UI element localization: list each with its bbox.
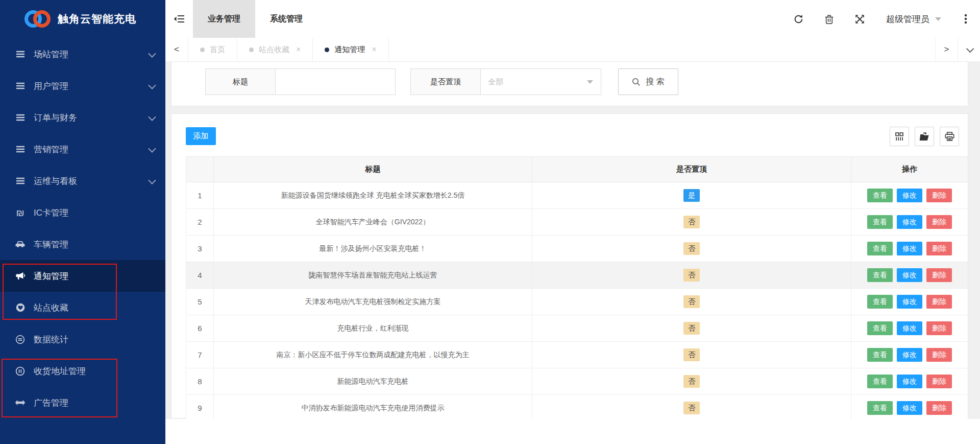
title-input[interactable] bbox=[275, 68, 396, 95]
delete-button[interactable]: 删除 bbox=[926, 401, 952, 415]
row-pinned-cell: 否 bbox=[532, 368, 851, 395]
tab[interactable]: 站点收藏× bbox=[237, 38, 313, 61]
sidebar-item[interactable]: 用户管理 bbox=[0, 70, 165, 102]
edit-button[interactable]: 修改 bbox=[897, 215, 922, 229]
sidebar-item-label: 营销管理 bbox=[34, 144, 149, 155]
tab[interactable]: 首页 bbox=[188, 38, 237, 61]
pinned-select[interactable]: 全部 bbox=[480, 68, 601, 95]
columns-icon bbox=[894, 132, 904, 142]
row-title: 陇南智慧停车场首座智能充电站上线运营 bbox=[214, 262, 532, 289]
sidebar-item[interactable]: 数据统计 bbox=[0, 323, 165, 355]
sidebar-item[interactable]: 场站管理 bbox=[0, 38, 165, 70]
username: 超级管理员 bbox=[886, 13, 929, 25]
delete-button[interactable]: 删除 bbox=[926, 348, 952, 362]
row-actions-cell: 查看修改删除 bbox=[851, 289, 968, 315]
pinned-badge: 否 bbox=[683, 322, 700, 334]
view-button[interactable]: 查看 bbox=[867, 295, 893, 309]
delete-button[interactable]: 删除 bbox=[926, 215, 952, 229]
edit-button[interactable]: 修改 bbox=[897, 375, 922, 388]
row-index: 9 bbox=[186, 395, 214, 419]
edit-button[interactable]: 修改 bbox=[897, 321, 922, 335]
sidebar-item[interactable]: ₪IC卡管理 bbox=[0, 197, 165, 228]
row-pinned-cell: 否 bbox=[532, 395, 851, 419]
tab[interactable]: 通知管理× bbox=[313, 38, 388, 61]
edit-button[interactable]: 修改 bbox=[897, 242, 922, 255]
sidebar-item[interactable]: 收货地址管理 bbox=[0, 355, 165, 387]
column-header: 操作 bbox=[851, 157, 968, 182]
edit-button[interactable]: 修改 bbox=[897, 295, 922, 309]
row-actions-cell: 查看修改删除 bbox=[851, 395, 968, 419]
view-button[interactable]: 查看 bbox=[867, 348, 893, 362]
sidebar-item[interactable]: 订单与财务 bbox=[0, 102, 165, 133]
delete-button[interactable]: 删除 bbox=[926, 295, 952, 309]
print-icon bbox=[945, 132, 954, 141]
delete-button[interactable]: 删除 bbox=[926, 375, 952, 388]
view-button[interactable]: 查看 bbox=[867, 268, 893, 282]
refresh-icon[interactable] bbox=[794, 14, 803, 24]
trash-icon[interactable] bbox=[825, 14, 834, 24]
table-row: 8新能源电动汽车充电桩否查看修改删除 bbox=[186, 368, 968, 395]
edit-button[interactable]: 修改 bbox=[897, 401, 922, 415]
table-header-row: 标题是否置顶操作 bbox=[186, 157, 968, 182]
col-index-header bbox=[186, 157, 214, 182]
export-button[interactable] bbox=[915, 127, 934, 146]
list-icon bbox=[13, 114, 27, 121]
row-index: 5 bbox=[186, 289, 214, 315]
edit-button[interactable]: 修改 bbox=[897, 268, 922, 282]
tabs-scroll-right-icon[interactable]: > bbox=[935, 38, 958, 61]
pinned-badge: 否 bbox=[683, 402, 700, 414]
fullscreen-icon[interactable] bbox=[855, 14, 865, 24]
search-button[interactable]: 搜 索 bbox=[618, 68, 678, 95]
tabs-scroll-left-icon[interactable]: < bbox=[165, 38, 188, 61]
row-title: 全球智能汽车产业峰会（GIV2022） bbox=[214, 209, 532, 236]
delete-button[interactable]: 删除 bbox=[926, 268, 952, 282]
tab-dot-icon bbox=[200, 48, 205, 52]
view-button[interactable]: 查看 bbox=[867, 189, 893, 202]
print-button[interactable] bbox=[940, 127, 959, 146]
row-actions-cell: 查看修改删除 bbox=[851, 236, 968, 262]
pinned-field-label: 是否置顶 bbox=[410, 68, 481, 95]
sidebar-item-label: 场站管理 bbox=[34, 49, 149, 60]
header: 业务管理系统管理 超级管理员 bbox=[165, 0, 980, 38]
row-actions-cell: 查看修改删除 bbox=[851, 368, 968, 395]
view-button[interactable]: 查看 bbox=[867, 401, 893, 415]
view-button[interactable]: 查看 bbox=[867, 242, 893, 255]
header-menu-tab[interactable]: 系统管理 bbox=[255, 0, 317, 38]
delete-button[interactable]: 删除 bbox=[926, 189, 952, 202]
edit-button[interactable]: 修改 bbox=[897, 348, 922, 362]
delete-button[interactable]: 删除 bbox=[926, 242, 952, 255]
close-icon[interactable]: × bbox=[296, 45, 301, 54]
sidebar-item-label: 收货地址管理 bbox=[34, 365, 154, 377]
tabs-menu-icon[interactable] bbox=[958, 38, 980, 61]
app-root: 触角云智能充电 场站管理用户管理订单与财务营销管理运维与看板₪IC卡管理车辆管理… bbox=[0, 0, 980, 444]
view-button[interactable]: 查看 bbox=[867, 215, 893, 229]
kebab-menu-icon[interactable] bbox=[963, 12, 969, 26]
view-button[interactable]: 查看 bbox=[867, 375, 893, 388]
stats-circle-icon bbox=[13, 335, 27, 344]
car-icon bbox=[13, 240, 27, 248]
sidebar-item[interactable]: 通知管理 bbox=[0, 260, 165, 292]
arrows-lr-icon bbox=[13, 400, 27, 406]
sidebar-item[interactable]: 车辆管理 bbox=[0, 228, 165, 260]
row-index: 4 bbox=[186, 262, 214, 289]
menu-collapse-icon[interactable] bbox=[165, 0, 193, 38]
tab-label: 通知管理 bbox=[334, 45, 365, 55]
delete-button[interactable]: 删除 bbox=[926, 321, 952, 335]
close-icon[interactable]: × bbox=[372, 45, 376, 54]
pinned-badge: 否 bbox=[683, 348, 700, 361]
row-actions-cell: 查看修改删除 bbox=[851, 342, 968, 368]
row-pinned-cell: 否 bbox=[532, 236, 851, 262]
user-menu[interactable]: 超级管理员 bbox=[886, 13, 941, 25]
sidebar-item[interactable]: 广告管理 bbox=[0, 387, 165, 418]
sidebar-item[interactable]: 运维与看板 bbox=[0, 165, 165, 197]
row-pinned-cell: 否 bbox=[532, 289, 851, 315]
sidebar-item[interactable]: 站点收藏 bbox=[0, 292, 165, 323]
edit-button[interactable]: 修改 bbox=[897, 189, 922, 202]
tab-dot-icon bbox=[325, 48, 329, 52]
add-button[interactable]: 添加 bbox=[186, 127, 216, 145]
row-actions-cell: 查看修改删除 bbox=[851, 315, 968, 342]
sidebar-item[interactable]: 营销管理 bbox=[0, 133, 165, 165]
header-menu-tab[interactable]: 业务管理 bbox=[193, 0, 255, 38]
columns-button[interactable] bbox=[890, 127, 909, 146]
view-button[interactable]: 查看 bbox=[867, 321, 893, 335]
